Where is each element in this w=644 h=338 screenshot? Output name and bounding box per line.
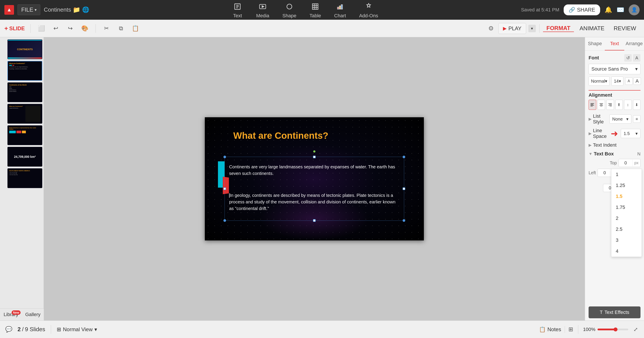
right-panel: Shape Text Arrange Font ↺ A Source Sans …: [585, 37, 644, 320]
review-tab[interactable]: REVIEW: [610, 25, 640, 32]
font-expand-icon[interactable]: A: [633, 54, 640, 62]
handle-bottom-right[interactable]: [402, 219, 405, 222]
chat-icon[interactable]: 💬: [4, 325, 13, 334]
dropdown-item-125[interactable]: 1.25: [611, 180, 642, 191]
dropdown-item-175[interactable]: 1.75: [611, 202, 642, 213]
avatar[interactable]: 👤: [629, 5, 640, 15]
top-input[interactable]: 0 px: [618, 159, 640, 167]
tab-shape[interactable]: Shape: [585, 37, 605, 51]
list-style-section: ▶ List Style None ▾ ≡: [588, 113, 640, 125]
tab-arrange[interactable]: Arrange: [624, 37, 644, 51]
align-top-button[interactable]: ⬆: [615, 100, 623, 110]
slide-thumb-2[interactable]: What are Continents? Continents are very…: [8, 61, 42, 81]
tool-shape[interactable]: Shape: [282, 1, 296, 19]
font-reset-icon[interactable]: ↺: [624, 54, 632, 62]
duplicate-button[interactable]: ⧉: [116, 24, 126, 34]
slide-thumb-1[interactable]: CONTINENTS: [8, 40, 42, 59]
list-icon-button[interactable]: ≡: [633, 115, 640, 123]
library-button[interactable]: Library New: [0, 309, 22, 320]
zoom-control: 100%: [583, 326, 628, 332]
total-slides: 9 Slides: [25, 326, 45, 333]
handle-middle-right[interactable]: [402, 187, 405, 190]
slide-canvas[interactable]: What are Continents? Continents are very…: [205, 117, 424, 240]
line-space-red-arrow: ➜: [611, 128, 618, 139]
align-bottom-button[interactable]: ⬇: [633, 100, 641, 110]
play-button[interactable]: ▶ PLAY: [498, 23, 526, 34]
handle-top-middle[interactable]: [313, 156, 316, 158]
handle-top-right[interactable]: [402, 156, 405, 158]
file-menu-button[interactable]: FILE ▾: [18, 5, 40, 15]
dropdown-item-3[interactable]: 3: [611, 235, 642, 246]
copy-button[interactable]: 📋: [130, 24, 140, 34]
left-label: Left: [588, 170, 596, 175]
tool-chart[interactable]: Chart: [334, 1, 346, 19]
play-dropdown-button[interactable]: ▾: [528, 25, 536, 32]
font-size-increase-button[interactable]: A: [634, 77, 641, 85]
dropdown-item-1[interactable]: 1: [611, 169, 642, 180]
text-box-selection[interactable]: Continents are very large landmasses sep…: [224, 157, 404, 221]
handle-top-left[interactable]: [224, 156, 226, 158]
slide-thumb-5[interactable]: North America is represented by four wat…: [8, 125, 42, 145]
divider: [588, 90, 640, 91]
grid-view-icon[interactable]: ⊞: [568, 326, 573, 333]
slide-thumb-7[interactable]: FACTS ABOUT NORTH AMERICA • Fact one abo…: [8, 168, 42, 188]
handle-bottom-middle[interactable]: [313, 219, 316, 222]
list-style-expand-icon[interactable]: ▶: [588, 117, 592, 121]
add-slide-button[interactable]: + SLIDE: [4, 25, 25, 32]
cut-button[interactable]: ✂: [102, 24, 112, 34]
fullscreen-button[interactable]: ⤢: [632, 325, 640, 333]
handle-middle-left[interactable]: [224, 187, 226, 190]
dropdown-item-2[interactable]: 2: [611, 213, 642, 224]
align-middle-button[interactable]: ↕: [624, 100, 632, 110]
tool-table[interactable]: Table: [310, 1, 321, 19]
handle-bottom-left[interactable]: [224, 219, 226, 222]
text-box-n-label: N: [638, 151, 640, 157]
slide-thumb-3[interactable]: Continents of the World AsiaAfricaNorth …: [8, 82, 42, 102]
align-left-button[interactable]: [588, 100, 596, 110]
saved-status: Saved at 5:41 PM: [521, 7, 559, 13]
notifications-icon[interactable]: 🔔: [604, 6, 612, 13]
messages-icon[interactable]: ✉️: [616, 6, 624, 13]
font-size-input[interactable]: 14 ▾: [611, 77, 623, 86]
text-effects-button[interactable]: T Text Effects: [588, 306, 640, 318]
dropdown-item-4[interactable]: 4: [611, 246, 642, 257]
normal-view-button[interactable]: ⊞ Normal View ▾: [57, 326, 97, 332]
font-name-selector[interactable]: Source Sans Pro ▾: [588, 64, 640, 74]
slide-thumb-4[interactable]: What are Continents? Large landmasses...: [8, 104, 42, 124]
align-right-button[interactable]: [606, 100, 614, 110]
dropdown-item-15[interactable]: 1.5: [611, 191, 642, 202]
dropdown-item-25[interactable]: 2.5: [611, 224, 642, 235]
undo-button[interactable]: ↩: [51, 24, 61, 34]
line-space-expand-icon[interactable]: ▶: [588, 131, 592, 136]
toolbar-right: ⚙ ▶ PLAY ▾ FORMAT ANIMATE REVIEW: [486, 23, 640, 34]
text-indent-row: ▶ Text Indent: [588, 142, 640, 148]
format-tab[interactable]: FORMAT: [543, 25, 574, 32]
align-center-button[interactable]: [598, 100, 605, 110]
tab-text[interactable]: Text: [605, 37, 624, 51]
settings-icon[interactable]: ⚙: [486, 24, 496, 34]
animate-tab[interactable]: ANIMATE: [576, 25, 608, 32]
bottom-bar: 💬 2 / 9 Slides ⊞ Normal View ▾ 📋 Notes ⊞…: [0, 320, 644, 338]
line-space-selector[interactable]: 1.5 ▾: [621, 129, 640, 138]
tool-media[interactable]: Media: [256, 1, 269, 19]
text-indent-expand-icon[interactable]: ▶: [588, 143, 592, 148]
slide-thumb-container-4: 4 What are Continents? Large landmasses.…: [1, 104, 42, 124]
notes-button[interactable]: 📋 Notes: [539, 326, 561, 332]
gallery-button[interactable]: Gallery: [22, 309, 44, 320]
rotation-handle[interactable]: [313, 150, 316, 153]
zoom-thumb[interactable]: [614, 327, 618, 331]
redo-button[interactable]: ↪: [65, 24, 75, 34]
list-style-selector[interactable]: None ▾: [610, 114, 631, 124]
text-box-collapse-icon[interactable]: ▼: [588, 152, 592, 156]
paint-format-button[interactable]: 🎨: [80, 24, 90, 34]
slide-thumb-6[interactable]: 24,709,000 km²: [8, 147, 42, 167]
tool-addons[interactable]: Add-Ons: [359, 1, 378, 19]
share-button[interactable]: 🔗 SHARE: [564, 5, 600, 15]
tool-text[interactable]: Text: [232, 1, 243, 19]
font-size-decrease-button[interactable]: A: [625, 77, 632, 85]
font-style-selector[interactable]: Normal ▾: [588, 77, 610, 86]
toolbar-separator: [30, 24, 31, 33]
app-logo[interactable]: [4, 5, 14, 15]
layout-icon[interactable]: ⬜: [36, 24, 46, 34]
zoom-slider[interactable]: [598, 328, 628, 330]
